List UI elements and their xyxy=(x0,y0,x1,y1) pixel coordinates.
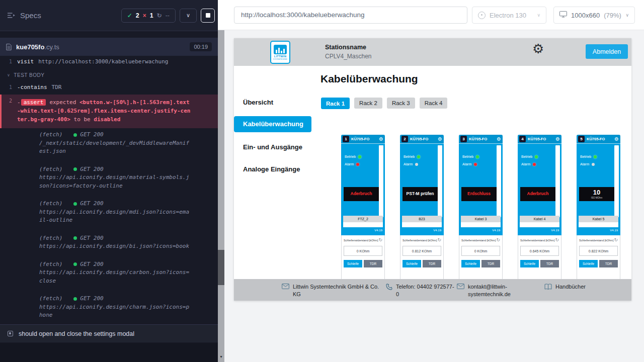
schleife-button[interactable]: Schleife xyxy=(520,260,539,267)
status-text: Aderbruch xyxy=(351,192,372,197)
tab-rack-1[interactable]: Rack 1 xyxy=(321,98,350,109)
viewport-icon xyxy=(559,11,567,19)
phone-icon xyxy=(386,284,392,290)
command-log: 1 visit http://localhost:3000/kabelueber… xyxy=(0,56,218,324)
spec-file-name[interactable]: kue705fo.cy.ts xyxy=(16,43,59,51)
passed-icon: ✓ xyxy=(127,12,132,19)
refresh-icon[interactable]: ↻ xyxy=(496,238,500,242)
card-header: 5 KÜ705-FO ⚙ xyxy=(577,135,620,144)
command-visit[interactable]: 1 visit http://localhost:3000/kabelueber… xyxy=(0,56,218,67)
device-settings-icon[interactable]: ⚙ xyxy=(379,137,383,142)
fetch-log-entry[interactable]: (fetch)GET 200 /_next/static/development… xyxy=(0,128,218,158)
test-body-section[interactable]: ∨ TEST BODY xyxy=(0,67,218,82)
fetch-label: (fetch) xyxy=(39,131,62,139)
device-settings-icon[interactable]: ⚙ xyxy=(614,137,619,142)
logo-text: LITTWIN xyxy=(274,55,286,58)
refresh-icon[interactable]: ↻ xyxy=(378,238,382,242)
betrieb-led xyxy=(594,155,597,158)
app-stage: LITTWIN SYSTEMTECHNIK Stationsname CPLV4… xyxy=(224,30,644,362)
firmware-version: V4.19 xyxy=(433,229,441,232)
cable-name: Kabel 4 xyxy=(520,216,559,222)
cypress-reporter-panel: Specs ✓ 2 × 1 ↻ -- ∨ kue705fo.cy.ts 00:1… xyxy=(0,0,218,362)
test-title: should open and close the settings modal xyxy=(19,330,134,337)
device-card: 5 KÜ705-FO ⚙ Betrieb Alarm 10 ISO MOhm K… xyxy=(577,135,620,301)
refresh-icon[interactable]: ↻ xyxy=(555,238,559,242)
scrollbar-thumb[interactable] xyxy=(218,250,224,285)
device-number: 2 xyxy=(401,136,408,142)
browser-selector[interactable]: Electron 130 ∨ xyxy=(472,7,546,24)
fetch-log-entry[interactable]: (fetch)GET 200 https://api.iconify.desig… xyxy=(0,163,218,193)
tdr-button[interactable]: TDR xyxy=(423,260,441,267)
sidebar-item-analoge-eingaenge[interactable]: Analoge Eingänge xyxy=(234,164,311,174)
specs-menu-icon[interactable] xyxy=(7,12,16,19)
fetch-log-entry[interactable]: (fetch)GET 200 https://api.iconify.desig… xyxy=(0,197,218,227)
refresh-icon[interactable]: ↻ xyxy=(437,238,441,242)
betrieb-indicator: Betrieb xyxy=(580,155,597,158)
device-card: 4 KÜ705-FO ⚙ Betrieb Alarm Aderbruch Kab… xyxy=(518,135,561,301)
measurement-value: 0.812 KOhm xyxy=(403,246,441,256)
betrieb-indicator: Betrieb xyxy=(521,155,538,158)
betrieb-indicator: Betrieb xyxy=(345,155,361,158)
device-number: 4 xyxy=(519,136,526,142)
device-settings-icon[interactable]: ⚙ xyxy=(497,137,501,142)
device-model: KÜ705-FO xyxy=(469,137,487,141)
stop-run-button[interactable] xyxy=(201,9,215,23)
browser-name: Electron 130 xyxy=(490,12,526,19)
level-strip xyxy=(379,145,383,217)
refresh-icon[interactable]: ↻ xyxy=(614,238,618,242)
alarm-indicator: Alarm xyxy=(404,162,418,166)
tdr-button[interactable]: TDR xyxy=(540,260,559,267)
company-name: Littwin Systemtechnik GmbH & Co. KG xyxy=(293,283,381,298)
settings-gear-icon[interactable]: ⚙ xyxy=(532,42,544,55)
status-text: PST-M prüfen xyxy=(407,192,434,197)
scrollbar-track: ▾ xyxy=(218,30,224,362)
collapse-button[interactable]: ∨ xyxy=(180,9,197,23)
scroll-down-arrow-icon[interactable]: ▾ xyxy=(218,353,224,361)
device-model: KÜ705-FO xyxy=(351,137,369,141)
assert-badge: assert xyxy=(21,99,46,106)
fetch-url: /_next/static/development/_devMiddleware… xyxy=(39,139,190,156)
fetch-log-entry[interactable]: (fetch)GET 200 https://api.iconify.desig… xyxy=(0,292,218,322)
spec-file-ext: .cy.ts xyxy=(44,43,59,51)
sidebar-item-kabelueberwachung[interactable]: Kabelüberwachung xyxy=(234,116,311,132)
schleife-button[interactable]: Schleife xyxy=(344,260,362,267)
sidebar-item-ein-und-ausgaenge[interactable]: Ein- und Ausgänge xyxy=(234,142,311,152)
card-header: 1 KÜ705-FO ⚙ xyxy=(341,135,385,144)
level-strip xyxy=(438,145,442,217)
device-settings-icon[interactable]: ⚙ xyxy=(438,137,442,142)
device-settings-icon[interactable]: ⚙ xyxy=(555,137,560,142)
viewport-selector[interactable]: 1000x660 (79%) ∨ xyxy=(553,7,635,24)
command-name: visit xyxy=(17,58,34,65)
tdr-button[interactable]: TDR xyxy=(364,260,382,267)
chevron-down-icon: ∨ xyxy=(537,13,540,18)
fetch-url: https://api.iconify.design/charm.json?ic… xyxy=(39,303,190,320)
logo-subtext: SYSTEMTECHNIK xyxy=(273,58,287,60)
alarm-led xyxy=(474,163,477,166)
command-contains[interactable]: 1 -contains TDR xyxy=(0,82,218,93)
tab-rack-4[interactable]: Rack 4 xyxy=(420,98,448,109)
url-input[interactable]: http://localhost:3000/kabelueberwachung xyxy=(234,7,467,24)
command-message: TDR xyxy=(52,83,62,92)
tdr-button[interactable]: TDR xyxy=(599,260,618,267)
tdr-button[interactable]: TDR xyxy=(481,260,500,267)
alarm-indicator: Alarm xyxy=(521,162,536,166)
footer-manuals-link[interactable]: Handbücher xyxy=(544,283,586,291)
level-strip xyxy=(555,145,560,217)
device-card: 1 KÜ705-FO ⚙ Betrieb Alarm Aderbruch FTZ… xyxy=(341,135,385,301)
fetch-label: (fetch) xyxy=(39,295,62,303)
tab-rack-2[interactable]: Rack 2 xyxy=(354,98,382,109)
fetch-log-entry[interactable]: (fetch)GET 200 https://api.iconify.desig… xyxy=(0,258,218,288)
next-test-row[interactable]: should open and close the settings modal xyxy=(0,324,218,342)
measurement-value: 0 KOhm xyxy=(461,246,500,256)
footer-email: kontakt@littwin-systemtechnik.de xyxy=(457,283,524,298)
schleife-button[interactable]: Schleife xyxy=(403,260,421,267)
sidebar-item-uebersicht[interactable]: Übersicht xyxy=(234,98,311,108)
tab-rack-3[interactable]: Rack 3 xyxy=(387,98,415,109)
schleife-button[interactable]: Schleife xyxy=(579,260,598,267)
fetch-log-entry[interactable]: (fetch)GET 200 https://api.iconify.desig… xyxy=(0,232,218,253)
failed-assert-command[interactable]: 2 -assertexpected <button.w-[50%].h-[1.5… xyxy=(0,95,218,128)
logout-button[interactable]: Abmelden xyxy=(586,44,628,59)
fetch-method: GET 200 xyxy=(80,131,103,139)
schleife-button[interactable]: Schleife xyxy=(461,260,480,267)
name-field xyxy=(579,222,618,227)
